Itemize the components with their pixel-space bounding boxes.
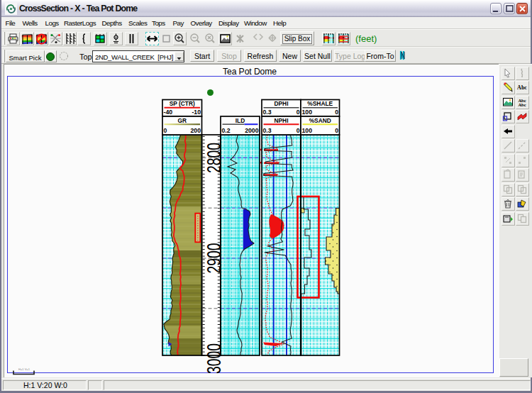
svg-text:%SAND: %SAND <box>309 117 331 124</box>
svg-text:H=1 V=1: H=1 V=1 <box>18 367 31 371</box>
svg-text:GR: GR <box>177 117 187 124</box>
svg-text:0: 0 <box>335 127 338 134</box>
svg-text:%SHALE: %SHALE <box>307 100 333 107</box>
svg-text:3000: 3000 <box>203 343 225 374</box>
svg-text:0.3: 0.3 <box>263 109 272 116</box>
svg-text:SP (CTR): SP (CTR) <box>170 100 195 107</box>
svg-text:0: 0 <box>297 127 300 134</box>
svg-text:Abc: Abc <box>517 84 527 91</box>
svg-text:-40: -40 <box>164 109 173 116</box>
svg-text:0: 0 <box>297 109 300 116</box>
svg-text:100: 100 <box>302 127 313 134</box>
svg-text:-10: -10 <box>192 109 201 116</box>
svg-text:100: 100 <box>302 109 313 116</box>
svg-text:Abc: Abc <box>518 102 526 107</box>
svg-text:0: 0 <box>164 127 167 134</box>
svg-text:0.2: 0.2 <box>222 127 231 134</box>
svg-text:0.3: 0.3 <box>263 127 272 134</box>
svg-text:2800: 2800 <box>203 143 225 173</box>
svg-text:2000: 2000 <box>245 127 258 134</box>
svg-text:200: 200 <box>191 127 201 134</box>
svg-text:2900: 2900 <box>203 243 225 274</box>
svg-text:ILD: ILD <box>235 117 245 124</box>
svg-text:NPHI: NPHI <box>274 117 288 124</box>
svg-text:0: 0 <box>335 109 338 116</box>
svg-text:DPHI: DPHI <box>274 100 288 107</box>
